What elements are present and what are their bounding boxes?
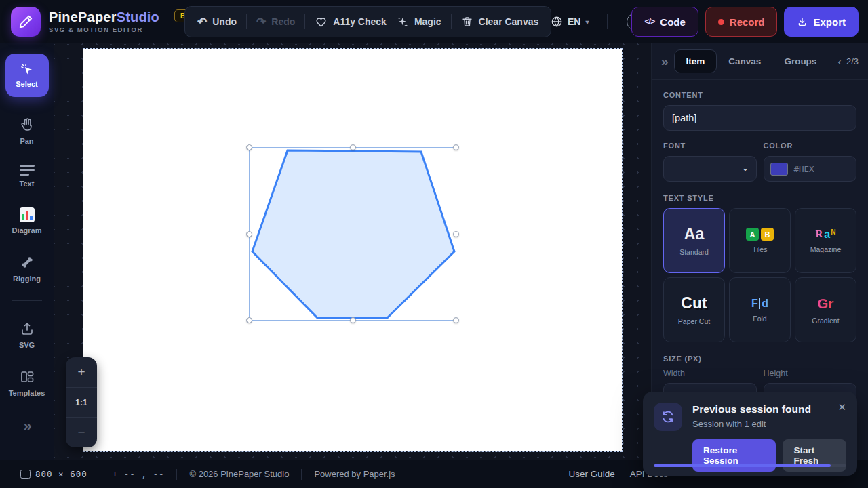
tab-groups[interactable]: Groups	[772, 50, 828, 73]
color-label: COLOR	[764, 142, 857, 150]
session-toast: ✕ Previous session found Session with 1 …	[643, 392, 857, 476]
tool-svg[interactable]: SVG	[19, 321, 35, 349]
statusbar-divider	[176, 469, 177, 480]
tab-item[interactable]: Item	[674, 49, 717, 73]
resize-handle-nw[interactable]	[246, 144, 252, 150]
resize-handle-se[interactable]	[453, 317, 459, 323]
globe-icon	[551, 16, 563, 28]
style-magazine[interactable]: RaN Magazine	[795, 208, 856, 273]
tool-pan[interactable]: Pan	[19, 117, 35, 145]
tab-canvas[interactable]: Canvas	[717, 50, 772, 73]
color-swatch[interactable]	[770, 163, 788, 176]
logo-pencil-icon	[11, 7, 41, 37]
toolbar-divider	[246, 14, 247, 29]
toolbar-divider	[451, 14, 452, 29]
main-toolbar: ↶Undo ↷Redo A11y Check Magic Clear Canva…	[184, 6, 551, 37]
heart-icon	[315, 16, 328, 28]
content-label: CONTENT	[663, 91, 856, 99]
sidebar-expand-button[interactable]: »	[23, 418, 30, 435]
font-label: FONT	[663, 142, 757, 150]
style-gradient[interactable]: Gr Gradient	[795, 277, 856, 342]
selection-bounding-box[interactable]	[249, 147, 456, 321]
toast-subtitle: Session with 1 edit	[692, 419, 811, 429]
selected-hexagon-shape[interactable]	[248, 146, 458, 323]
magic-button[interactable]: Magic	[396, 16, 441, 28]
resize-handle-n[interactable]	[350, 144, 356, 150]
app-header: PinePaperStudio SVG & MOTION EDITOR BETA…	[0, 0, 868, 43]
font-select[interactable]: ⌄	[663, 156, 757, 182]
record-dot-icon	[718, 19, 724, 25]
sparkles-icon	[396, 16, 409, 28]
zoom-controls: + 1:1 −	[66, 357, 97, 447]
tool-diagram[interactable]: Diagram	[12, 207, 41, 235]
statusbar-divider	[301, 469, 302, 480]
app-title: PinePaperStudio	[49, 9, 159, 24]
redo-icon: ↷	[256, 16, 266, 28]
language-selector[interactable]: EN ▾	[551, 0, 589, 43]
header-divider	[607, 14, 608, 29]
tool-templates[interactable]: Templates	[9, 369, 45, 397]
restore-session-icon	[654, 403, 682, 431]
cursor-select-icon	[20, 62, 35, 77]
user-guide-link[interactable]: User Guide	[568, 469, 614, 479]
tool-text[interactable]: Text	[20, 165, 35, 188]
download-icon	[797, 16, 808, 27]
panel-collapse-icon[interactable]: »	[661, 54, 667, 69]
export-button[interactable]: Export	[784, 7, 859, 37]
font-select-value[interactable]	[663, 156, 757, 182]
app-tagline: SVG & MOTION EDITOR	[49, 26, 159, 33]
resize-handle-e[interactable]	[453, 231, 459, 237]
code-button[interactable]: </>Code	[631, 7, 698, 37]
sidebar-divider	[12, 300, 42, 301]
close-icon[interactable]: ✕	[837, 401, 846, 413]
bone-icon	[19, 254, 35, 270]
tool-sidebar: Select Pan Text Diagram Rigging SVG Temp…	[0, 43, 54, 460]
canvas-dimensions: 800 × 600	[20, 469, 87, 479]
canvas-workspace[interactable]: + 1:1 −	[54, 43, 651, 460]
text-style-grid: Aa Standard AB Tiles RaN Magazine Cut Pa…	[663, 208, 856, 342]
height-label: Height	[764, 369, 857, 378]
upload-icon	[19, 321, 35, 337]
resize-handle-sw[interactable]	[246, 317, 252, 323]
toast-title: Previous session found	[692, 403, 811, 415]
style-paper-cut[interactable]: Cut Paper Cut	[663, 277, 725, 342]
item-pager: 2/3	[846, 56, 859, 66]
canvas-size-icon	[20, 470, 31, 479]
layout-icon	[19, 369, 35, 385]
chevron-down-icon: ▾	[585, 18, 589, 26]
app-logo: PinePaperStudio SVG & MOTION EDITOR BETA	[0, 7, 208, 37]
style-fold[interactable]: Fd Fold	[729, 277, 791, 342]
hand-icon	[19, 117, 35, 133]
redo-button[interactable]: ↷Redo	[256, 16, 295, 28]
color-field[interactable]: #HEX	[764, 156, 857, 182]
tool-select[interactable]: Select	[5, 54, 49, 97]
code-icon: </>	[644, 17, 654, 26]
record-button[interactable]: Record	[705, 7, 778, 37]
style-tiles[interactable]: AB Tiles	[729, 208, 791, 273]
toast-progress-bar	[654, 464, 846, 468]
content-input[interactable]	[663, 105, 856, 131]
resize-handle-s[interactable]	[350, 317, 356, 323]
zoom-reset-button[interactable]: 1:1	[66, 387, 97, 418]
zoom-in-button[interactable]: +	[66, 357, 97, 387]
fold-preview-icon: Fd	[751, 298, 768, 310]
bar-chart-icon	[20, 207, 35, 222]
clear-canvas-button[interactable]: Clear Canvas	[461, 16, 539, 28]
undo-button[interactable]: ↶Undo	[197, 16, 237, 28]
prev-item-button[interactable]: ‹	[837, 56, 841, 67]
a11y-check-button[interactable]: A11y Check	[315, 16, 387, 28]
hex-placeholder: #HEX	[794, 164, 814, 174]
zoom-out-button[interactable]: −	[66, 417, 97, 447]
resize-handle-ne[interactable]	[453, 144, 459, 150]
powered-by-text: Powered by Paper.js	[314, 469, 395, 479]
copyright-text: © 2026 PinePaper Studio	[189, 469, 289, 479]
magazine-preview-icon: RaN	[816, 228, 836, 241]
style-standard[interactable]: Aa Standard	[663, 208, 725, 273]
resize-handle-w[interactable]	[246, 231, 252, 237]
panel-tabs: » Item Canvas Groups ‹ 2/3	[652, 43, 868, 80]
undo-icon: ↶	[197, 16, 207, 28]
tool-rigging[interactable]: Rigging	[13, 254, 41, 283]
width-label: Width	[663, 369, 757, 378]
statusbar-divider	[100, 469, 100, 480]
text-lines-icon	[20, 165, 35, 176]
